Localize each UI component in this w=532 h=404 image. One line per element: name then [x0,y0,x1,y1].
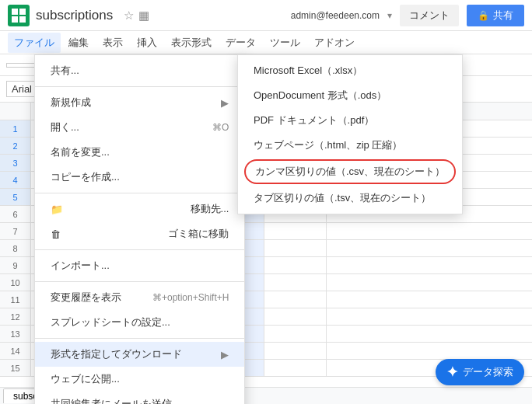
menu-format[interactable]: 表示形式 [165,33,218,53]
row-number: 5 [0,189,31,205]
submenu-item[interactable]: タブ区切りの値（.tsv、現在のシート） [238,186,462,211]
file-menu-item[interactable]: インポート... [35,253,244,278]
cell[interactable] [264,343,327,359]
file-menu: 共有...新規作成▶開く...⌘O名前を変更...コピーを作成...📁移動先..… [34,54,245,404]
menu-shortcut: ⌘O [212,122,229,133]
menu-item-label: 変更履歴を表示 [51,291,121,305]
menu-item-label: 開く... [51,120,79,134]
file-menu-item[interactable]: コピーを作成... [35,165,244,190]
menu-edit[interactable]: 編集 [62,33,95,53]
data-explorer-label: データ探索 [463,365,513,379]
menu-item-label: インポート... [51,259,110,273]
menu-divider [35,281,244,282]
file-menu-item[interactable]: 新規作成▶ [35,90,244,115]
download-submenu: Microsoft Excel（.xlsx）OpenDocument 形式（.o… [237,54,463,214]
menu-item-label: 新規作成 [51,96,91,110]
menu-item-label: 形式を指定してダウンロード [51,347,182,361]
row-number: 2 [0,138,31,154]
top-bar-right: admin@feedeen.com ▾ コメント 🔒 共有 [291,5,524,26]
row-number: 1 [0,120,31,137]
file-menu-item[interactable]: 形式を指定してダウンロード▶ [35,342,244,367]
toolbar-font[interactable]: Arial [6,81,37,97]
submenu-item[interactable]: ウェブページ（.html、zip 圧縮） [238,133,462,158]
file-menu-item[interactable]: ウェブに公開... [35,367,244,392]
row-number: 14 [0,343,31,359]
row-number: 8 [0,240,31,256]
menu-item-label: スプレッドシートの設定... [51,315,170,329]
cell[interactable] [264,326,327,342]
submenu-item[interactable]: OpenDocument 形式（.ods） [238,83,462,108]
menu-item-label: 共有... [51,64,79,78]
menu-file[interactable]: ファイル [8,33,61,53]
file-menu-item[interactable]: スプレッドシートの設定... [35,310,244,335]
user-email: admin@feedeen.com [291,10,380,21]
menu-item-label: 共同編集者にメールを送信... [51,397,180,404]
cell[interactable] [264,274,327,291]
menu-shortcut: ⌘+option+Shift+H [152,292,229,303]
title-actions: ☆ ▦ [124,9,149,23]
submenu-item[interactable]: Microsoft Excel（.xlsx） [238,58,462,83]
row-number: 3 [0,155,31,171]
cell[interactable] [264,240,327,256]
cell[interactable] [264,223,327,239]
plus-icon: ✦ [446,364,458,381]
submenu-arrow: ▶ [221,349,229,360]
menu-item-label: 移動先... [191,202,229,216]
file-menu-item[interactable]: 共同編集者にメールを送信... [35,392,244,404]
menu-insert[interactable]: 挿入 [131,33,163,53]
file-menu-item[interactable]: 開く...⌘O [35,115,244,140]
menu-divider [35,338,244,339]
submenu-item[interactable]: PDF ドキュメント（.pdf） [238,108,462,133]
menu-item-label: ゴミ箱に移動 [168,227,229,241]
file-menu-item[interactable]: 🗑ゴミ箱に移動 [35,221,244,246]
menu-item-label: ウェブに公開... [51,372,120,386]
menu-divider [35,86,244,87]
cell[interactable] [264,308,327,325]
document-title: subscriptions [36,8,113,23]
row-number: 7 [0,223,31,239]
comment-button[interactable]: コメント [400,5,459,26]
row-number: 6 [0,206,31,222]
folder-icon[interactable]: ▦ [138,9,149,23]
cell[interactable] [264,257,327,273]
corner-cell [0,103,31,120]
trash-icon: 🗑 [51,228,61,240]
menu-item-label: コピーを作成... [51,170,120,184]
file-menu-item[interactable]: 📁移動先... [35,197,244,221]
menu-addons[interactable]: アドオン [308,33,361,53]
menu-data[interactable]: データ [219,33,262,53]
row-number: 11 [0,291,31,308]
folder-icon: 📁 [51,204,63,215]
lock-icon: 🔒 [478,10,489,21]
menu-divider [35,249,244,250]
share-button[interactable]: 🔒 共有 [467,5,524,26]
menu-divider [35,193,244,193]
menu-bar: ファイル 編集 表示 挿入 表示形式 データ ツール アドオン [0,31,532,54]
row-number: 10 [0,274,31,291]
star-icon[interactable]: ☆ [124,9,134,23]
dropdown-arrow[interactable]: ▾ [387,10,392,21]
row-number: 12 [0,308,31,325]
sheets-logo [8,5,30,26]
menu-view[interactable]: 表示 [96,33,129,53]
cell[interactable] [264,360,327,376]
menu-tools[interactable]: ツール [264,33,306,53]
row-number: 4 [0,172,31,188]
file-menu-item[interactable]: 名前を変更... [35,140,244,165]
submenu-item[interactable]: カンマ区切りの値（.csv、現在のシート） [244,159,456,184]
data-explorer-button[interactable]: ✦ データ探索 [436,359,524,385]
cell[interactable] [264,291,327,308]
file-menu-item[interactable]: 変更履歴を表示⌘+option+Shift+H [35,285,244,310]
row-number: 15 [0,360,31,376]
top-bar: subscriptions ☆ ▦ admin@feedeen.com ▾ コメ… [0,0,532,31]
submenu-arrow: ▶ [221,97,229,109]
menu-item-label: 名前を変更... [51,145,110,159]
row-number: 9 [0,257,31,273]
top-bar-left: subscriptions ☆ ▦ [8,5,149,26]
file-menu-item[interactable]: 共有... [35,58,244,83]
row-number: 13 [0,326,31,342]
